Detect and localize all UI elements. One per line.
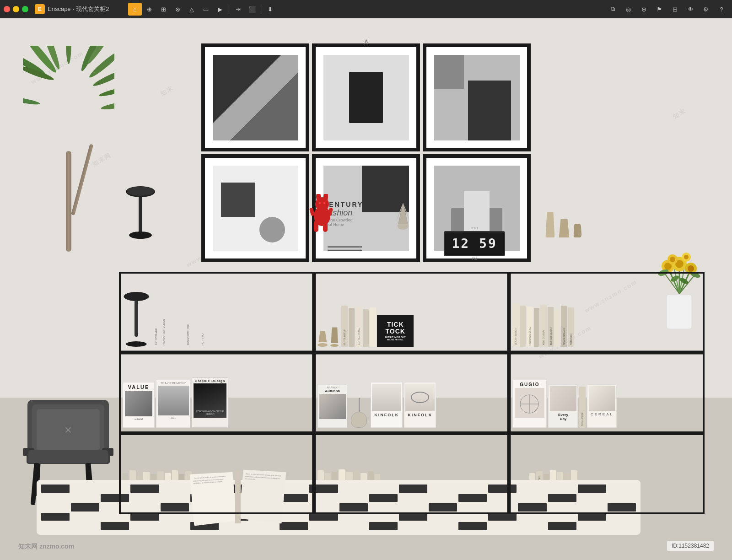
deco-item-2 [331, 327, 338, 343]
rug-dot [101, 503, 129, 512]
film-toolbar-btn[interactable]: ▶ [213, 3, 227, 16]
lamp-base [126, 341, 147, 347]
box-toolbar-btn[interactable]: ⬛ [245, 3, 259, 16]
svg-rect-55 [139, 196, 142, 233]
svg-point-54 [127, 187, 154, 196]
grid-toolbar-btn[interactable]: ⊞ [156, 3, 170, 16]
home-toolbar-btn[interactable]: ⌂ [128, 3, 142, 16]
magazine-cereal: CEREAL [587, 384, 617, 428]
rug-dot [608, 503, 636, 512]
shelf-sec-r1c1: GET INVOLVED PROTECT OUR DESIGN DESIGN W… [121, 274, 310, 349]
tea-ceremony-label: TEA CEREMONY [161, 382, 186, 385]
id-label: ID:1152381482 [667, 541, 714, 551]
frame-4 [201, 154, 309, 262]
book: KIDS DESIGN [540, 305, 547, 347]
top-chevron[interactable]: ∧ [363, 37, 369, 47]
magazine-autunno: ARANDO Autunno [318, 384, 347, 428]
svg-point-50 [319, 202, 321, 204]
eye-btn[interactable]: 👁 [684, 3, 697, 16]
rug-dot [488, 485, 517, 493]
vase-medium [558, 219, 570, 237]
digital-clock: 2021 12 59 PM [444, 226, 505, 260]
rect-toolbar-btn[interactable]: ▭ [199, 3, 213, 16]
adjust-btn[interactable]: ⊕ [637, 3, 651, 16]
bookmark-btn[interactable]: ⚑ [652, 3, 666, 16]
frame-3 [423, 43, 531, 151]
graphic-design-label: Graphic DEsign [195, 379, 226, 382]
link-toolbar-btn[interactable]: ⊕ [142, 3, 156, 16]
rug-dot [309, 485, 338, 493]
rug-dot [458, 522, 487, 530]
send-toolbar-btn[interactable]: ⇥ [231, 3, 245, 16]
magazine-gugio: GUGIO [512, 380, 547, 428]
rug-dot [608, 522, 636, 530]
rug-dot [429, 485, 457, 493]
shelf-sec-r2c3: GUGIO Every Day TINY HOUSE [511, 354, 703, 429]
layers-btn[interactable]: ⧉ [606, 3, 619, 16]
rug-dot [309, 503, 338, 512]
rug-dot [458, 485, 487, 493]
vinyl-record [176, 301, 184, 347]
rug-dot [339, 485, 368, 493]
svg-point-25 [688, 265, 694, 272]
magazine-value-title: VALUE [128, 384, 149, 390]
everyday-img [550, 386, 576, 411]
rug-dot [130, 513, 159, 521]
triangle-toolbar-btn[interactable]: △ [185, 3, 199, 16]
magazine-value-sub: editorial [135, 418, 143, 420]
rug-dot [41, 485, 70, 493]
lamp-svg [124, 185, 158, 244]
main-scene: ∧ www.znzmo.com 知末网 www.znzmo.com 知末 www… [0, 18, 732, 560]
book: PART TWO [199, 305, 206, 347]
book: TOBOCCO [568, 307, 574, 347]
clock-date: 2021 [470, 226, 479, 230]
magazine-graphic-design: Graphic DEsign CONTAMINATION OF THE DESI… [192, 377, 228, 428]
rug-dot [488, 503, 517, 512]
graphic-design-subtitle: CONTAMINATION OF THE DESIGN [196, 410, 224, 415]
graphic-design-img: CONTAMINATION OF THE DESIGN [194, 383, 226, 418]
autunno-img [319, 394, 346, 419]
magazine-kinfolk-2: KINFOLK [404, 382, 436, 428]
cart-btn[interactable]: ⊞ [668, 3, 682, 16]
close-button[interactable] [4, 6, 10, 12]
svg-point-3 [66, 46, 71, 64]
arrow-toolbar-btn[interactable]: ⬇ [263, 3, 277, 16]
rug-dot [41, 494, 70, 502]
tick-tock-box: TICKTOCK MISS IT, MISS OUT BRUTAL FESTIV… [377, 315, 414, 347]
gear-btn[interactable]: ⚙ [699, 3, 713, 16]
everyday-day: Day [560, 417, 567, 421]
book-tiny-house: TINY HOUSE [579, 387, 586, 428]
rug-dot [71, 494, 99, 502]
open-book-floor: lorem ipsum dolor sit amet consectetur a… [192, 464, 284, 528]
rug-dot [130, 485, 159, 493]
clock-time: 12 59 [444, 231, 505, 256]
pendant-cord [359, 398, 360, 412]
svg-point-29 [684, 255, 689, 259]
rug-dot [399, 522, 427, 530]
circle-btn[interactable]: ◎ [621, 3, 635, 16]
rug-dot [429, 503, 457, 512]
maximize-button[interactable] [22, 6, 28, 12]
book: ROOM NATURAL [527, 307, 533, 347]
help-btn[interactable]: ? [715, 3, 728, 16]
rug-dot [399, 513, 427, 521]
desk-lamp [123, 292, 150, 347]
pendant-shade [351, 412, 367, 428]
book-left-text: lorem ipsum dolor sit amet consectetur a… [190, 472, 234, 488]
tick-tock-text: TICKTOCK [386, 321, 405, 335]
kinfolk-2-label: KINFOLK [408, 413, 432, 417]
gamepad-toolbar-btn[interactable]: ⊗ [171, 3, 184, 16]
tea-img-bg [158, 386, 189, 415]
rug-dot [518, 513, 546, 521]
book [363, 309, 369, 347]
rug-dot [161, 522, 189, 530]
right-toolbar: ⧉ ◎ ⊕ ⚑ ⊞ 👁 ⚙ ? [606, 3, 728, 16]
bike-wheel [411, 392, 429, 403]
svg-point-11 [23, 95, 40, 106]
rug-dot [608, 513, 636, 521]
magazine-value: VALUE editorial [123, 382, 155, 428]
rug-dot [369, 522, 398, 530]
rug-dot [339, 522, 368, 530]
minimize-button[interactable] [13, 6, 19, 12]
rug-dot [429, 522, 457, 530]
